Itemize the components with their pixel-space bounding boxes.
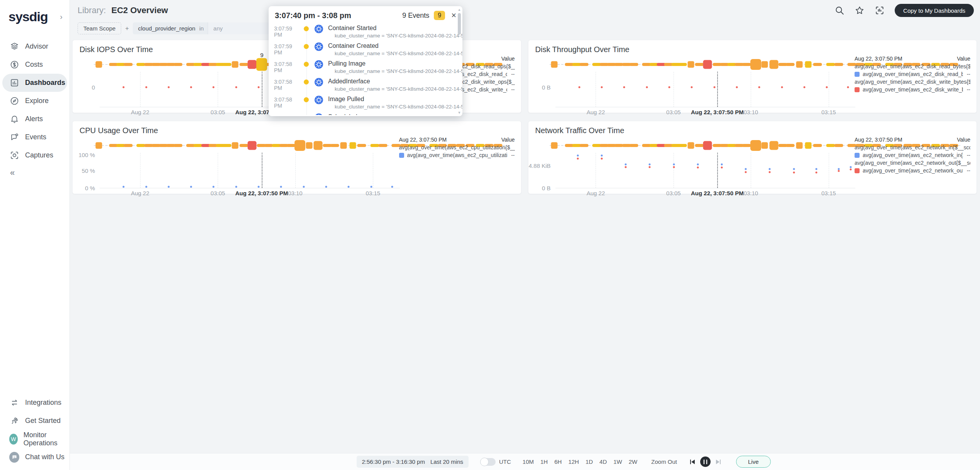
sidebar-item-dashboards[interactable]: Dashboards (2, 74, 67, 92)
fullscreen-icon[interactable] (875, 5, 885, 15)
sidebar-item-events[interactable]: Events (0, 128, 69, 146)
plot-area[interactable]: Aug 2203:05Aug 22, 3:07:50 PM03:1003:154… (555, 153, 856, 188)
live-button[interactable]: Live (736, 456, 771, 468)
range-6h[interactable]: 6H (554, 458, 562, 465)
event-row[interactable]: 3:07:58 PMAddedInterfacekube_cluster_nam… (269, 76, 462, 94)
event-marker[interactable] (796, 61, 802, 68)
event-marker[interactable] (742, 63, 751, 66)
event-marker[interactable] (551, 61, 558, 68)
legend-series-row[interactable]: avg(avg_over_time(aws_ec2_disk_read_by..… (855, 70, 970, 78)
event-marker[interactable] (239, 144, 248, 147)
sidebar-item-get-started[interactable]: Get Started (0, 412, 69, 430)
sidebar-item-alerts[interactable]: Alerts (0, 110, 69, 128)
event-marker[interactable] (786, 144, 795, 147)
event-marker[interactable] (247, 141, 256, 150)
event-marker[interactable] (695, 63, 704, 66)
event-marker[interactable] (357, 144, 366, 147)
event-marker[interactable] (314, 141, 323, 150)
sidebar-item-captures[interactable]: Captures (0, 146, 69, 164)
plot-area[interactable]: Aug 2203:05Aug 22, 3:07:50 PM03:1003:150… (555, 72, 856, 107)
sidebar-item-advisor[interactable]: Advisor (0, 37, 69, 56)
event-marker[interactable] (286, 144, 295, 147)
event-marker[interactable] (834, 144, 843, 147)
skip-back-icon[interactable] (689, 458, 696, 466)
event-marker[interactable] (678, 144, 687, 147)
event-marker[interactable] (786, 63, 795, 66)
event-marker[interactable] (826, 144, 835, 147)
sidebar-item-integrations[interactable]: Integrations (0, 394, 69, 412)
event-marker[interactable] (247, 60, 256, 69)
range-1h[interactable]: 1H (540, 458, 548, 465)
legend-series-row[interactable]: avg(avg_over_time(aws_ec2_network_in{$..… (855, 151, 970, 159)
event-marker[interactable] (813, 144, 822, 147)
event-marker[interactable] (340, 142, 347, 149)
sidebar-expand-icon[interactable]: › (60, 12, 63, 21)
scroll-up-icon[interactable]: ▲ (457, 8, 461, 12)
scroll-down-icon[interactable]: ▼ (457, 111, 461, 115)
event-marker[interactable] (750, 140, 761, 151)
range-12h[interactable]: 12H (568, 458, 579, 465)
range-1w[interactable]: 1W (613, 458, 622, 465)
event-marker[interactable] (805, 61, 812, 68)
popup-scrollbar[interactable]: ▲ ▼ (457, 9, 461, 114)
event-marker[interactable] (222, 144, 231, 147)
event-marker[interactable] (124, 144, 133, 147)
event-marker[interactable] (222, 63, 231, 66)
event-marker[interactable] (551, 142, 558, 149)
sidebar-collapse-button[interactable]: « (0, 164, 69, 181)
event-marker[interactable] (750, 59, 761, 70)
event-marker[interactable] (232, 61, 239, 68)
event-marker[interactable] (349, 142, 356, 149)
range-1d[interactable]: 1D (586, 458, 593, 465)
utc-toggle[interactable] (480, 458, 496, 466)
copy-to-dashboards-button[interactable]: Copy to My Dashboards (895, 4, 974, 17)
event-marker[interactable] (687, 61, 694, 68)
range-4d[interactable]: 4D (599, 458, 607, 465)
event-row[interactable]: 3:07:59 PMContainer Createdkube_cluster_… (269, 41, 462, 59)
sidebar-item-monitor-operations[interactable]: WMonitor Operations (0, 430, 69, 448)
legend-series-row[interactable]: avg(avg_over_time(aws_ec2_network_out{..… (855, 167, 970, 174)
event-marker[interactable] (769, 60, 778, 69)
event-marker[interactable] (762, 142, 768, 149)
scrollbar-thumb[interactable] (458, 13, 461, 35)
star-icon[interactable] (855, 5, 865, 15)
legend-series-row[interactable]: avg(avg_over_time(aws_ec2_cpu_utilizati.… (399, 151, 515, 159)
event-marker[interactable] (742, 144, 751, 147)
event-marker[interactable] (174, 144, 183, 147)
event-marker[interactable] (95, 142, 102, 149)
event-marker[interactable] (330, 144, 339, 147)
event-marker[interactable] (834, 63, 843, 66)
event-marker[interactable] (629, 144, 638, 147)
sidebar-item-costs[interactable]: Costs (0, 56, 69, 74)
event-row[interactable]: 3:07:57 PMScheduledkube_cluster_name = '… (269, 112, 462, 115)
event-marker[interactable] (678, 63, 687, 66)
event-marker[interactable] (371, 144, 379, 147)
event-marker[interactable] (796, 142, 802, 149)
event-marker[interactable] (174, 63, 183, 66)
range-2w[interactable]: 2W (629, 458, 638, 465)
close-icon[interactable]: × (451, 11, 456, 20)
event-marker[interactable] (579, 63, 588, 66)
event-marker[interactable] (695, 144, 704, 147)
event-marker[interactable] (813, 63, 822, 66)
sidebar-item-chat-with-us[interactable]: Chat with Us (0, 448, 69, 466)
event-marker[interactable] (295, 140, 305, 151)
search-icon[interactable] (834, 5, 845, 15)
event-marker[interactable] (232, 142, 239, 149)
range-10m[interactable]: 10M (523, 458, 534, 465)
event-marker[interactable] (762, 61, 768, 68)
pause-button[interactable] (700, 456, 711, 467)
event-marker[interactable] (379, 144, 388, 147)
zoom-out-button[interactable]: Zoom Out (651, 458, 677, 465)
team-scope-chip[interactable]: Team Scope (78, 22, 121, 34)
event-marker[interactable] (306, 142, 312, 149)
event-marker[interactable] (703, 60, 712, 69)
event-marker[interactable] (124, 63, 133, 66)
plot-area[interactable]: Aug 2203:05Aug 22, 3:07:50 PM03:1003:151… (100, 153, 400, 188)
event-marker[interactable] (579, 144, 588, 147)
event-marker[interactable] (805, 142, 812, 149)
event-marker[interactable] (703, 141, 712, 150)
event-marker[interactable] (95, 61, 102, 68)
event-row[interactable]: 3:07:59 PMContainer Startedkube_cluster_… (269, 23, 462, 41)
event-marker[interactable] (687, 142, 694, 149)
